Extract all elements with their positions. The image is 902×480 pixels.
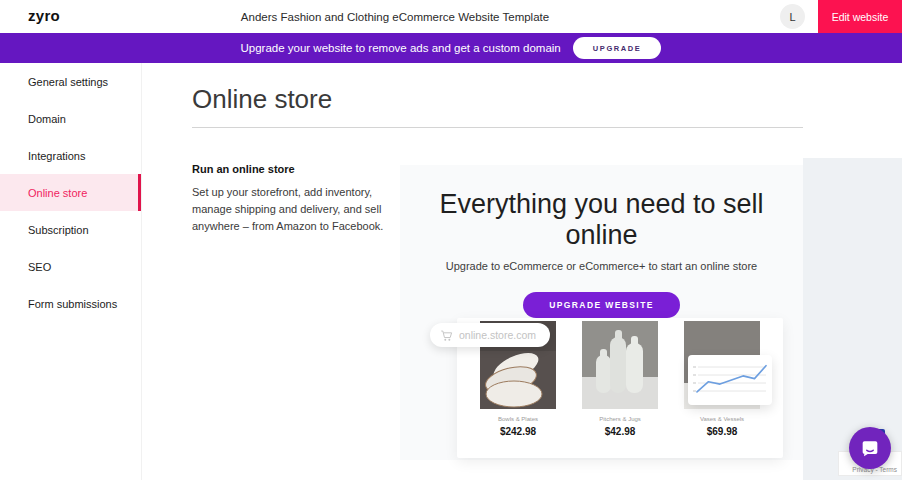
- sidebar-item-subscription[interactable]: Subscription: [0, 211, 141, 248]
- upgrade-banner: Upgrade your website to remove ads and g…: [0, 33, 902, 63]
- section-description: Set up your storefront, add inventory, m…: [192, 184, 404, 235]
- sidebar-item-seo[interactable]: SEO: [0, 248, 141, 285]
- product-name: Vases & Vessels: [700, 416, 744, 422]
- sidebar-item-domain[interactable]: Domain: [0, 100, 141, 137]
- settings-sidebar: General settings Domain Integrations Onl…: [0, 63, 142, 480]
- sidebar-item-general-settings[interactable]: General settings: [0, 63, 141, 100]
- edit-website-button[interactable]: Edit website: [818, 0, 902, 33]
- product-photo-pitchers: [582, 321, 658, 409]
- sidebar-item-integrations[interactable]: Integrations: [0, 137, 141, 174]
- product-item: Pitchers & Jugs $42.98: [576, 321, 664, 458]
- section-heading: Run an online store: [192, 163, 404, 175]
- product-name: Pitchers & Jugs: [599, 416, 641, 422]
- store-domain-text: online.store.com: [459, 329, 536, 341]
- product-price: $42.98: [605, 426, 636, 437]
- product-price: $69.98: [707, 426, 738, 437]
- promo-title: Everything you need to sell online: [400, 189, 803, 251]
- app-header: zyro Anders Fashion and Clothing eCommer…: [0, 0, 902, 33]
- page-title: Online store: [192, 84, 332, 115]
- promo-subtitle: Upgrade to eCommerce or eCommerce+ to st…: [400, 260, 803, 272]
- trend-chart: [688, 355, 772, 405]
- main-content: Online store Run an online store Set up …: [142, 63, 902, 480]
- upgrade-website-button[interactable]: UPGRADE WEBSITE: [523, 292, 680, 318]
- sidebar-item-form-submissions[interactable]: Form submissions: [0, 285, 141, 322]
- promo-panel: Everything you need to sell online Upgra…: [400, 165, 803, 460]
- sidebar-item-online-store[interactable]: Online store: [0, 174, 141, 211]
- product-price: $242.98: [500, 426, 536, 437]
- upgrade-banner-text: Upgrade your website to remove ads and g…: [241, 42, 561, 54]
- chat-bubble-icon: [859, 437, 881, 459]
- divider: [192, 127, 803, 128]
- avatar[interactable]: L: [780, 4, 805, 29]
- product-name: Bowls & Plates: [498, 416, 538, 422]
- store-domain-pill: online.store.com: [430, 323, 550, 347]
- background-strip: [803, 158, 902, 480]
- section-intro: Run an online store Set up your storefro…: [192, 163, 404, 235]
- trend-line: [697, 366, 766, 392]
- site-title: Anders Fashion and Clothing eCommerce We…: [0, 11, 790, 23]
- cart-icon: [440, 329, 453, 342]
- chat-button[interactable]: [849, 427, 891, 469]
- upgrade-button[interactable]: UPGRADE: [573, 37, 662, 59]
